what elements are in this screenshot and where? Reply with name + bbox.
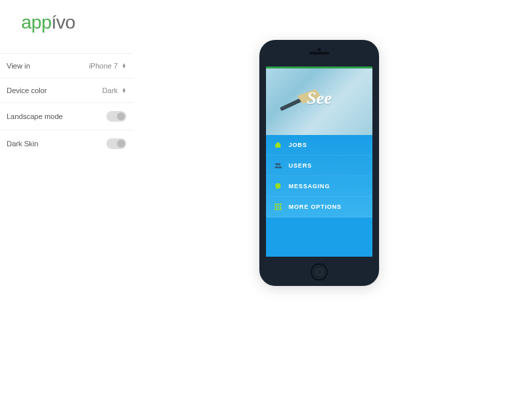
menu-item-jobs[interactable]: JOBS: [266, 135, 372, 156]
appivo-logo: appívo: [0, 0, 133, 53]
svg-rect-0: [275, 144, 281, 148]
device-color-row: Device color Dark ▲▼: [0, 78, 133, 102]
dark-skin-label: Dark Skin: [7, 140, 39, 148]
menu-item-messaging[interactable]: MESSAGING: [266, 176, 372, 197]
menu-item-label: USERS: [289, 162, 312, 169]
app-menu: JOBS USERS MESSAGING: [266, 135, 372, 217]
updown-icon: ▲▼: [122, 88, 126, 93]
device-color-value: Dark: [102, 86, 118, 94]
svg-rect-10: [280, 206, 282, 208]
updown-icon: ▲▼: [122, 63, 126, 68]
hero-banner: See: [266, 68, 372, 135]
svg-rect-1: [277, 142, 279, 144]
view-in-value: iPhone 7: [89, 62, 118, 70]
message-bubble-icon: [274, 182, 282, 190]
svg-rect-7: [280, 203, 282, 205]
view-in-select[interactable]: iPhone 7 ▲▼: [89, 62, 126, 70]
briefcase-icon: [274, 141, 282, 149]
svg-point-2: [275, 163, 278, 166]
dark-skin-toggle[interactable]: [106, 138, 126, 149]
svg-rect-9: [277, 206, 279, 208]
phone-camera-icon: [318, 48, 321, 51]
svg-rect-6: [277, 203, 279, 205]
users-icon: [274, 162, 282, 170]
menu-item-more-options[interactable]: MORE OPTIONS: [266, 197, 372, 217]
device-color-select[interactable]: Dark ▲▼: [102, 86, 126, 94]
menu-item-label: JOBS: [289, 142, 307, 148]
svg-point-3: [278, 163, 281, 166]
hero-title: See: [307, 88, 332, 108]
dark-skin-row: Dark Skin: [0, 130, 133, 157]
view-in-row: View in iPhone 7 ▲▼: [0, 53, 133, 78]
menu-item-label: MESSAGING: [289, 183, 330, 190]
menu-item-users[interactable]: USERS: [266, 156, 372, 176]
device-color-label: Device color: [7, 86, 47, 94]
view-in-label: View in: [7, 62, 30, 70]
svg-point-4: [275, 184, 281, 189]
settings-sidebar: appívo View in iPhone 7 ▲▼ Device color …: [0, 0, 133, 157]
grid-icon: [274, 203, 282, 211]
svg-rect-13: [280, 209, 282, 211]
svg-rect-8: [275, 206, 277, 208]
phone-frame: See JOBS USERS: [259, 40, 379, 286]
logo-text-green: app: [21, 12, 51, 33]
landscape-label: Landscape mode: [7, 112, 63, 120]
phone-speaker-icon: [309, 52, 329, 55]
svg-rect-5: [275, 203, 277, 205]
phone-screen: See JOBS USERS: [266, 66, 372, 257]
svg-rect-12: [277, 209, 279, 211]
landscape-row: Landscape mode: [0, 102, 133, 130]
menu-item-label: MORE OPTIONS: [289, 203, 342, 210]
device-preview: See JOBS USERS: [259, 40, 379, 286]
landscape-toggle[interactable]: [106, 111, 126, 122]
logo-text-dark: ívo: [51, 12, 75, 33]
svg-rect-11: [275, 209, 277, 211]
home-button-icon[interactable]: [311, 263, 328, 281]
